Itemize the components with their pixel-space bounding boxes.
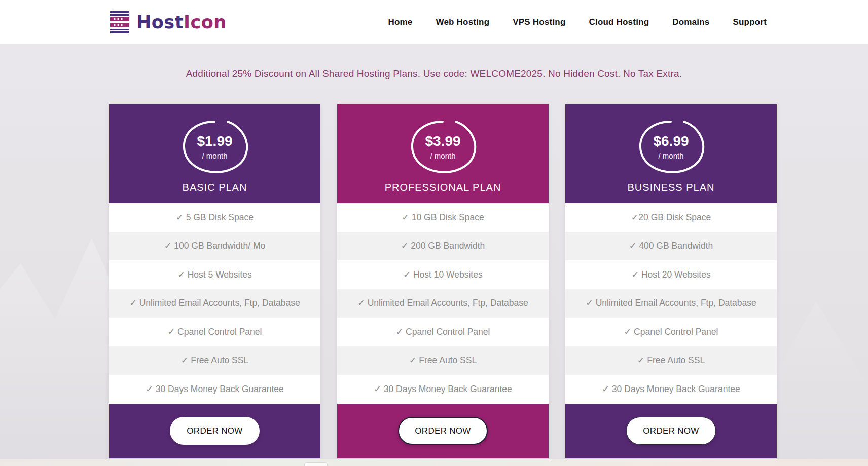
brand-logo[interactable]: HostIcon — [108, 10, 227, 34]
price-badge: $1.99 / month — [179, 118, 251, 175]
pricing-section: $1.99 / month BASIC PLAN ✓ 5 GB Disk Spa… — [109, 104, 777, 458]
pricing-card-business: $6.99 / month BUSINESS PLAN ✓20 GB Disk … — [565, 104, 777, 458]
nav-item-home[interactable]: Home — [388, 17, 412, 27]
pricing-card-professional: $3.99 / month PROFESSIONAL PLAN ✓ 10 GB … — [337, 104, 549, 458]
feature-item: ✓ Host 5 Websites — [109, 260, 320, 289]
brand-name: HostIcon — [136, 12, 227, 32]
order-now-button-business[interactable]: ORDER NOW — [626, 417, 716, 445]
next-section-peek-element — [304, 462, 328, 466]
plan-period: / month — [430, 151, 455, 160]
feature-item: ✓ Unlimited Email Accounts, Ftp, Databas… — [337, 289, 549, 318]
feature-item: ✓ Cpanel Control Panel — [565, 318, 777, 346]
promo-text: Additional 25% Discount on All Shared Ho… — [186, 68, 682, 79]
feature-item: ✓ Free Auto SSL — [109, 346, 320, 375]
feature-item: ✓ 200 GB Bandwidth — [337, 232, 549, 261]
price-badge: $3.99 / month — [407, 118, 479, 175]
feature-item: ✓ 30 Days Money Back Guarantee — [337, 375, 549, 404]
plan-period: / month — [658, 151, 683, 160]
server-stack-icon — [108, 10, 131, 34]
feature-item: ✓ Unlimited Email Accounts, Ftp, Databas… — [565, 289, 777, 318]
feature-item: ✓ Cpanel Control Panel — [337, 318, 549, 346]
plan-price: $6.99 — [653, 134, 689, 149]
nav-item-vps-hosting[interactable]: VPS Hosting — [513, 17, 565, 27]
feature-item: ✓ Host 20 Websites — [565, 260, 777, 289]
card-footer: ORDER NOW — [109, 404, 320, 459]
feature-list: ✓ 10 GB Disk Space ✓ 200 GB Bandwidth ✓ … — [337, 203, 549, 404]
promo-banner: Additional 25% Discount on All Shared Ho… — [0, 68, 868, 80]
pricing-card-basic: $1.99 / month BASIC PLAN ✓ 5 GB Disk Spa… — [109, 104, 320, 458]
plan-name: BUSINESS PLAN — [565, 182, 777, 193]
plan-name: BASIC PLAN — [109, 182, 320, 193]
card-footer: ORDER NOW — [337, 404, 549, 459]
feature-list: ✓ 5 GB Disk Space ✓ 100 GB Bandwidth/ Mo… — [109, 203, 320, 404]
nav-item-web-hosting[interactable]: Web Hosting — [436, 17, 489, 27]
plan-price: $1.99 — [197, 134, 232, 149]
feature-item: ✓ Free Auto SSL — [565, 346, 777, 375]
next-section-edge — [0, 459, 868, 466]
feature-item: ✓ 30 Days Money Back Guarantee — [565, 375, 777, 404]
plan-period: / month — [202, 151, 227, 160]
card-header: $3.99 / month PROFESSIONAL PLAN — [337, 104, 549, 203]
feature-list: ✓20 GB Disk Space ✓ 400 GB Bandwidth ✓ H… — [565, 203, 777, 404]
feature-item: ✓ 100 GB Bandwidth/ Mo — [109, 232, 320, 261]
main-navigation: Home Web Hosting VPS Hosting Cloud Hosti… — [388, 17, 767, 27]
nav-item-support[interactable]: Support — [733, 17, 767, 27]
feature-item: ✓ Host 10 Websites — [337, 260, 549, 289]
plan-price: $3.99 — [425, 134, 460, 149]
price-badge: $6.99 / month — [635, 118, 707, 175]
feature-item: ✓ 30 Days Money Back Guarantee — [109, 375, 320, 404]
feature-item: ✓ Unlimited Email Accounts, Ftp, Databas… — [109, 289, 320, 318]
feature-item: ✓ Free Auto SSL — [337, 346, 549, 375]
feature-item: ✓ 10 GB Disk Space — [337, 203, 549, 232]
plan-name: PROFESSIONAL PLAN — [337, 182, 549, 193]
feature-item: ✓ 400 GB Bandwidth — [565, 232, 777, 261]
card-header: $6.99 / month BUSINESS PLAN — [565, 104, 777, 203]
feature-item: ✓ Cpanel Control Panel — [109, 318, 320, 346]
site-header: HostIcon Home Web Hosting VPS Hosting Cl… — [0, 0, 868, 44]
order-now-button-basic[interactable]: ORDER NOW — [170, 417, 260, 445]
feature-item: ✓20 GB Disk Space — [565, 203, 777, 232]
nav-item-domains[interactable]: Domains — [672, 17, 709, 27]
card-footer: ORDER NOW — [565, 404, 777, 459]
order-now-button-professional[interactable]: ORDER NOW — [398, 417, 488, 445]
feature-item: ✓ 5 GB Disk Space — [109, 203, 320, 232]
nav-item-cloud-hosting[interactable]: Cloud Hosting — [589, 17, 649, 27]
card-header: $1.99 / month BASIC PLAN — [109, 104, 320, 203]
